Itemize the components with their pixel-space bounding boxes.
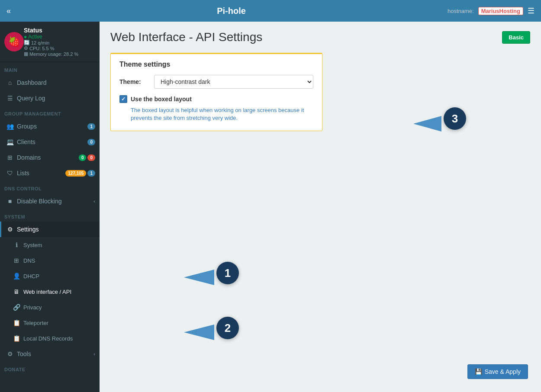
- sidebar-label-privacy: Privacy: [23, 304, 42, 311]
- sidebar-item-privacy[interactable]: 🔗 Privacy: [0, 299, 100, 315]
- sidebar: 🍓 Status Active 🔄 12 q/min ⚙ CPU: 5.5 % …: [0, 22, 100, 392]
- sidebar-item-dashboard[interactable]: ⌂ Dashboard: [0, 75, 100, 90]
- groups-icon: 👥: [6, 123, 13, 130]
- lists-icon: 🛡: [6, 170, 13, 177]
- section-dns-control: DNS CONTROL: [0, 181, 100, 193]
- tools-icon: ⚙: [6, 350, 13, 357]
- boxed-layout-label: Use the boxed layout: [131, 96, 192, 103]
- sidebar-item-disable-blocking[interactable]: ■ Disable Blocking ‹: [0, 193, 100, 209]
- sidebar-label-clients: Clients: [17, 138, 35, 145]
- theme-settings-card: Theme settings Theme: Default Dark High-…: [110, 53, 322, 131]
- layout: 🍓 Status Active 🔄 12 q/min ⚙ CPU: 5.5 % …: [0, 22, 541, 392]
- domains-icon: ⊞: [6, 154, 13, 161]
- sidebar-label-dhcp: DHCP: [23, 273, 39, 280]
- navbar-right: hostname: MariusHosting ☰: [448, 6, 535, 16]
- sidebar-label-query-log: Query Log: [17, 95, 45, 102]
- theme-label: Theme:: [119, 78, 150, 85]
- lists-badge-blue: 1: [87, 170, 95, 177]
- domains-badge-green: 0: [79, 154, 87, 161]
- status-active: Active: [24, 34, 78, 40]
- user-panel: 🍓 Status Active 🔄 12 q/min ⚙ CPU: 5.5 % …: [0, 22, 100, 62]
- sidebar-label-disable-blocking: Disable Blocking: [17, 198, 62, 205]
- domains-badge-red: 0: [87, 154, 95, 161]
- navbar: « Pi-hole hostname: MariusHosting ☰: [0, 0, 541, 22]
- status-cpu: ⚙ CPU: 5.5 %: [24, 45, 78, 51]
- status-info: Status Active 🔄 12 q/min ⚙ CPU: 5.5 % ▦ …: [24, 27, 78, 57]
- teleporter-icon: 📋: [13, 319, 20, 326]
- section-group-management: GROUP MANAGEMENT: [0, 106, 100, 119]
- annotation-arrow-3: [413, 116, 441, 132]
- sidebar-label-lists: Lists: [17, 170, 29, 177]
- page-title: Web Interface - API Settings: [110, 30, 262, 44]
- sidebar-label-tools: Tools: [17, 350, 31, 357]
- sidebar-label-system: System: [23, 242, 42, 248]
- home-icon: ⌂: [6, 79, 13, 86]
- annotation-circle-2: 2: [216, 317, 239, 339]
- sidebar-item-system[interactable]: ℹ System: [0, 237, 100, 253]
- sidebar-item-tools[interactable]: ⚙ Tools ‹: [0, 346, 100, 362]
- footer-actions: 💾 Save & Apply: [467, 364, 528, 379]
- pi-logo: 🍓: [4, 32, 24, 51]
- sidebar-item-dns[interactable]: ⊞ DNS: [0, 253, 100, 268]
- navbar-brand: Pi-hole: [15, 6, 448, 16]
- sidebar-label-dns: DNS: [23, 257, 35, 264]
- clients-icon: 💻: [6, 138, 13, 145]
- save-apply-button[interactable]: 💾 Save & Apply: [467, 364, 528, 379]
- card-title: Theme settings: [119, 61, 313, 68]
- sidebar-label-dashboard: Dashboard: [17, 79, 47, 86]
- boxed-layout-checkbox[interactable]: [119, 95, 127, 103]
- sidebar-item-domains[interactable]: ⊞ Domains 0 0: [0, 150, 100, 165]
- annotation-arrow-2: [184, 325, 214, 340]
- section-main: MAIN: [0, 62, 100, 75]
- local-dns-icon: 📋: [13, 335, 20, 342]
- theme-form-group: Theme: Default Dark High-contrast dark H…: [119, 75, 313, 89]
- hostname-value: MariusHosting: [478, 7, 523, 15]
- save-apply-label: Save & Apply: [485, 368, 521, 375]
- web-icon: 🖥: [13, 288, 20, 295]
- status-queries: 🔄 12 q/min: [24, 40, 78, 45]
- status-memory: ▦ Memory usage: 28.2 %: [24, 51, 78, 57]
- sidebar-item-settings[interactable]: ⚙ Settings: [0, 222, 100, 237]
- memory-icon: ▦: [24, 51, 28, 57]
- sidebar-item-web-interface[interactable]: 🖥 Web interface / API: [0, 284, 100, 299]
- queries-icon: 🔄: [24, 40, 30, 45]
- sidebar-label-groups: Groups: [17, 123, 37, 130]
- sidebar-collapse-btn[interactable]: «: [6, 6, 11, 16]
- sidebar-label-teleporter: Teleporter: [23, 320, 48, 326]
- dns-icon: ⊞: [13, 257, 20, 264]
- disable-blocking-arrow: ‹: [93, 199, 95, 204]
- section-system: SYSTEM: [0, 209, 100, 222]
- blocking-icon: ■: [6, 198, 13, 205]
- sidebar-label-domains: Domains: [17, 154, 41, 161]
- sidebar-item-dhcp[interactable]: 👤 DHCP: [0, 268, 100, 284]
- annotation-circle-1: 1: [216, 262, 239, 284]
- dhcp-icon: 👤: [13, 273, 20, 280]
- tools-arrow: ‹: [93, 351, 95, 357]
- lists-badge-orange: 127,105: [65, 170, 86, 177]
- sidebar-item-lists[interactable]: 🛡 Lists 127,105 1: [0, 165, 100, 181]
- annotation-circle-3: 3: [444, 107, 466, 130]
- settings-icon: ⚙: [6, 226, 13, 233]
- list-icon: ☰: [6, 95, 13, 102]
- annotation-arrow-1: [184, 270, 214, 285]
- save-icon: 💾: [475, 368, 482, 375]
- status-title: Status: [24, 27, 78, 34]
- boxed-layout-row: Use the boxed layout: [119, 95, 313, 103]
- cpu-icon: ⚙: [24, 45, 28, 51]
- groups-badge: 1: [87, 123, 95, 130]
- sidebar-item-query-log[interactable]: ☰ Query Log: [0, 90, 100, 106]
- sidebar-item-groups[interactable]: 👥 Groups 1: [0, 119, 100, 134]
- sidebar-item-local-dns[interactable]: 📋 Local DNS Records: [0, 331, 100, 346]
- basic-button[interactable]: Basic: [502, 31, 530, 44]
- theme-select[interactable]: Default Dark High-contrast dark High-con…: [154, 75, 313, 89]
- system-info-icon: ℹ: [13, 241, 20, 248]
- section-donate: DONATE: [0, 362, 100, 374]
- privacy-icon: 🔗: [13, 304, 20, 311]
- page-header: Web Interface - API Settings Basic: [110, 30, 530, 44]
- sidebar-label-local-dns: Local DNS Records: [23, 335, 73, 342]
- navbar-menu-button[interactable]: ☰: [528, 6, 535, 16]
- sidebar-item-clients[interactable]: 💻 Clients 0: [0, 134, 100, 150]
- main-content: Web Interface - API Settings Basic Theme…: [100, 22, 541, 392]
- sidebar-item-teleporter[interactable]: 📋 Teleporter: [0, 315, 100, 331]
- sidebar-label-web-interface: Web interface / API: [23, 289, 71, 295]
